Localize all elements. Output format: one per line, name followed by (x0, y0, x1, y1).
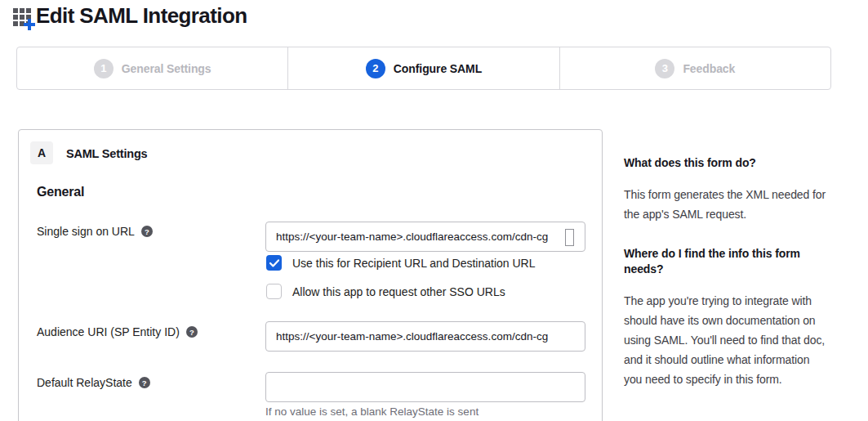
saml-settings-panel: A SAML Settings General Single sign on U… (18, 129, 603, 421)
step-number-badge: 1 (94, 59, 114, 78)
question-mark-icon[interactable] (186, 326, 198, 338)
help-question-1: What does this form do? (624, 155, 830, 171)
checkbox-label: Use this for Recipient URL and Destinati… (292, 257, 536, 270)
recipient-url-checkbox[interactable] (266, 255, 282, 271)
audience-uri-input[interactable] (265, 321, 585, 352)
single-sign-on-url-input[interactable] (265, 222, 585, 252)
single-sign-on-url-label: Single sign on URL (37, 225, 153, 238)
default-relaystate-label: Default RelayState (37, 376, 150, 389)
step-general-settings[interactable]: 1 General Settings (17, 47, 287, 89)
page-header: Edit SAML Integration (13, 3, 247, 29)
audience-uri-label: Audience URI (SP Entity ID) (37, 325, 198, 338)
checkmark-icon (269, 259, 279, 267)
step-number-badge: 2 (366, 59, 385, 78)
checkbox-label: Allow this app to request other SSO URLs (292, 285, 505, 298)
relaystate-hint: If no value is set, a blank RelayState i… (265, 405, 479, 418)
step-label: Feedback (683, 62, 735, 75)
group-heading-general: General (37, 185, 84, 199)
wizard-stepper: 1 General Settings 2 Configure SAML 3 Fe… (16, 47, 831, 90)
question-mark-icon[interactable] (139, 377, 150, 388)
step-label: General Settings (122, 62, 211, 75)
section-badge: A (30, 141, 53, 164)
recipient-url-checkbox-row[interactable]: Use this for Recipient URL and Destinati… (266, 255, 536, 271)
other-sso-urls-checkbox-row[interactable]: Allow this app to request other SSO URLs (266, 284, 505, 299)
page-title: Edit SAML Integration (36, 3, 247, 29)
question-mark-icon[interactable] (141, 226, 153, 237)
help-sidebar: What does this form do? This form genera… (624, 155, 830, 411)
step-configure-saml[interactable]: 2 Configure SAML (287, 47, 559, 89)
help-answer-2: The app you're trying to integrate with … (624, 291, 830, 389)
apps-grid-add-icon (13, 8, 32, 27)
text-cursor (565, 229, 574, 246)
plus-icon (24, 19, 35, 30)
other-sso-urls-checkbox[interactable] (266, 284, 282, 299)
default-relaystate-input[interactable] (265, 372, 585, 402)
step-label: Configure SAML (394, 62, 482, 75)
help-question-2: Where do I find the info this form needs… (624, 246, 830, 277)
help-answer-1: This form generates the XML needed for t… (624, 185, 830, 224)
section-title: SAML Settings (66, 147, 147, 160)
step-number-badge: 3 (655, 59, 674, 78)
step-feedback[interactable]: 3 Feedback (559, 47, 830, 89)
